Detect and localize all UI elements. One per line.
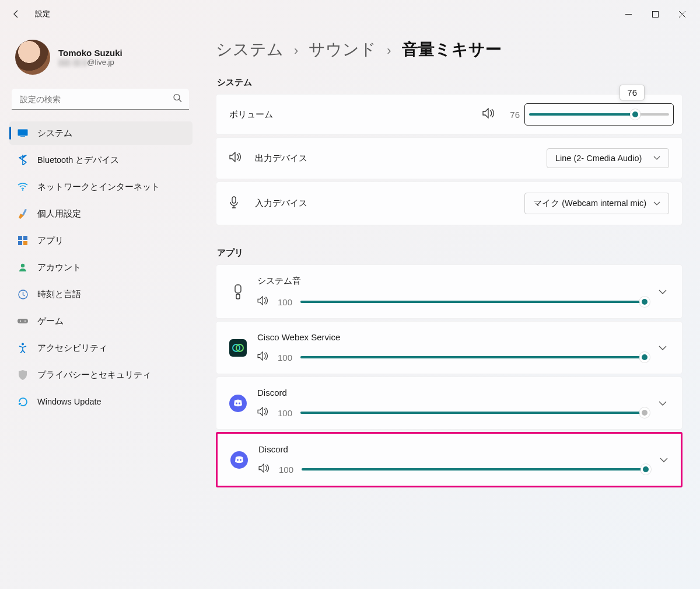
chevron-down-icon [660, 458, 668, 463]
sidebar-item-system[interactable]: システム [9, 121, 192, 145]
app-volume-slider[interactable] [300, 297, 645, 307]
volume-slider[interactable]: 76 [529, 109, 669, 120]
app-icon [230, 451, 248, 469]
close-button[interactable] [668, 5, 695, 23]
svg-point-1 [174, 95, 180, 100]
sidebar-item-label: アカウント [37, 262, 81, 273]
expand-button[interactable] [655, 283, 670, 301]
sidebar-item-accounts[interactable]: アカウント [9, 256, 192, 279]
app-name: Discord [258, 444, 646, 454]
sidebar-item-accessibility[interactable]: アクセシビリティ [9, 336, 192, 360]
breadcrumb: システム › サウンド › 音量ミキサー [216, 39, 682, 61]
svg-rect-2 [18, 130, 28, 136]
person-icon [18, 262, 28, 273]
close-icon [679, 11, 685, 18]
sidebar-item-personalization[interactable]: 個人用設定 [9, 202, 192, 225]
chevron-down-icon [653, 156, 660, 161]
app-volume-slider[interactable] [302, 464, 646, 475]
svg-rect-0 [652, 11, 658, 17]
sidebar-item-network[interactable]: ネットワークとインターネット [9, 175, 192, 198]
update-icon [18, 396, 28, 407]
sidebar-item-bluetooth[interactable]: Bluetooth とデバイス [9, 148, 192, 172]
svg-rect-16 [235, 285, 241, 293]
nav-list: システム Bluetooth とデバイス ネットワークとインターネット 個人用設… [9, 121, 192, 417]
app-volume-value: 100 [277, 408, 292, 418]
chevron-right-icon: › [387, 43, 391, 58]
user-name: Tomoko Suzuki [58, 48, 123, 58]
expand-button[interactable] [656, 451, 671, 469]
maximize-button[interactable] [642, 5, 668, 23]
svg-rect-3 [20, 137, 25, 138]
sidebar-item-time-language[interactable]: 時刻と言語 [9, 283, 192, 306]
accessibility-icon [18, 343, 28, 353]
sidebar-item-label: 個人用設定 [37, 208, 81, 219]
sidebar-item-label: システム [37, 128, 72, 139]
breadcrumb-system[interactable]: システム [216, 39, 284, 61]
apps-icon [18, 235, 28, 246]
app-volume-value: 100 [278, 465, 293, 475]
svg-point-9 [21, 264, 24, 267]
expand-button[interactable] [655, 395, 670, 412]
sidebar-item-label: アプリ [37, 235, 64, 246]
speaker-icon[interactable] [257, 407, 269, 419]
shield-icon [18, 370, 28, 380]
app-volume-value: 100 [277, 353, 292, 363]
breadcrumb-sound[interactable]: サウンド [309, 39, 376, 61]
output-device-dropdown[interactable]: Line (2- Cmedia Audio) [547, 148, 669, 168]
app-volume-card: システム音100 [216, 264, 682, 319]
input-device-card: 入力デバイス マイク (Webcam internal mic) [216, 182, 682, 225]
input-device-dropdown[interactable]: マイク (Webcam internal mic) [524, 193, 669, 214]
gamepad-icon [18, 316, 28, 326]
svg-point-14 [22, 343, 24, 346]
chevron-down-icon [659, 346, 667, 351]
app-volume-slider[interactable] [300, 352, 645, 363]
speaker-icon [229, 152, 241, 165]
sidebar-item-privacy[interactable]: プライバシーとセキュリティ [9, 363, 192, 386]
volume-value: 76 [505, 110, 520, 120]
avatar [15, 40, 50, 75]
output-selected: Line (2- Cmedia Audio) [555, 154, 642, 163]
minimize-button[interactable] [615, 5, 642, 23]
speaker-icon[interactable] [482, 108, 495, 121]
svg-point-21 [239, 402, 240, 404]
maximize-icon [652, 11, 659, 18]
back-button[interactable] [5, 2, 28, 26]
sidebar-item-apps[interactable]: アプリ [9, 229, 192, 252]
svg-rect-6 [23, 236, 27, 240]
app-name: システム音 [257, 276, 645, 287]
svg-rect-8 [23, 241, 27, 245]
app-volume-card: Discord100 [216, 432, 682, 487]
svg-rect-11 [18, 319, 28, 323]
wifi-icon [18, 182, 28, 192]
svg-rect-7 [18, 241, 22, 245]
user-block[interactable]: Tomoko Suzuki ▯▯▯ ▯▯ ▯@live.jp [9, 35, 192, 86]
sidebar-item-windows-update[interactable]: Windows Update [9, 390, 192, 413]
volume-card: ボリューム 76 76 [216, 94, 682, 135]
sidebar-item-label: プライバシーとセキュリティ [37, 370, 151, 381]
svg-rect-17 [236, 294, 240, 299]
svg-point-23 [240, 459, 242, 461]
page-title: 音量ミキサー [402, 39, 502, 61]
app-icon [229, 339, 247, 357]
expand-button[interactable] [655, 339, 670, 357]
user-email: ▯▯▯ ▯▯ ▯@live.jp [58, 58, 123, 67]
sidebar-item-gaming[interactable]: ゲーム [9, 309, 192, 333]
speaker-icon[interactable] [258, 463, 270, 475]
search-icon [173, 94, 182, 105]
svg-point-13 [24, 320, 26, 322]
speaker-icon[interactable] [257, 296, 269, 308]
app-volume-value: 100 [277, 297, 292, 307]
speaker-icon[interactable] [257, 351, 269, 363]
app-volume-slider[interactable] [300, 407, 645, 418]
search-input[interactable] [12, 89, 189, 110]
microphone-icon [229, 196, 241, 211]
output-device-card: 出力デバイス Line (2- Cmedia Audio) [216, 137, 682, 179]
svg-point-12 [20, 320, 21, 322]
app-volume-card: Discord100 [216, 377, 682, 430]
volume-tooltip: 76 [620, 85, 645, 100]
svg-point-4 [22, 189, 24, 191]
titlebar: 設定 [0, 0, 700, 28]
volume-label: ボリューム [229, 109, 273, 120]
section-apps-label: アプリ [217, 248, 682, 259]
app-name: Discord [257, 388, 645, 398]
